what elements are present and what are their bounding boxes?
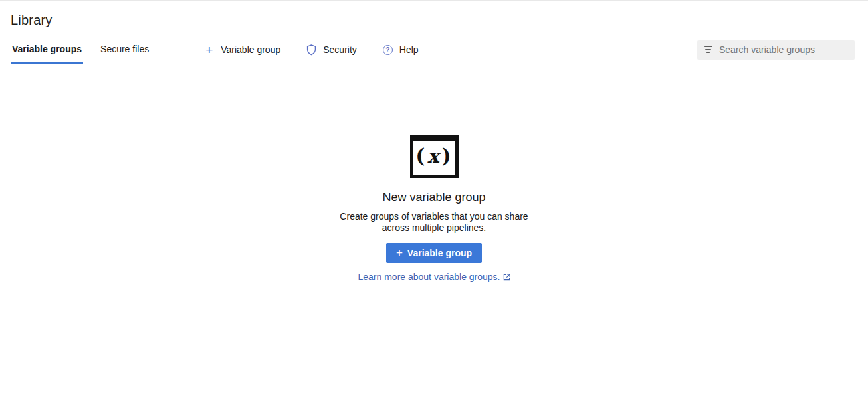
search-box[interactable] xyxy=(697,40,855,60)
empty-state-title: New variable group xyxy=(382,191,485,204)
variable-group-icon-glyph: (x) xyxy=(413,141,455,172)
add-variable-group-command[interactable]: + Variable group xyxy=(203,36,280,64)
help-command[interactable]: ? Help xyxy=(382,36,419,64)
security-command[interactable]: Security xyxy=(306,36,357,64)
help-label: Help xyxy=(399,44,419,55)
tab-secure-files[interactable]: Secure files xyxy=(99,36,150,64)
tab-command-bar: Variable groups Secure files + Variable … xyxy=(0,36,868,64)
tab-variable-groups-label: Variable groups xyxy=(12,44,82,54)
search-input[interactable] xyxy=(719,44,848,55)
tab-secure-files-label: Secure files xyxy=(100,44,149,54)
plus-icon: + xyxy=(396,247,403,260)
learn-more-link-label: Learn more about variable groups. xyxy=(358,272,500,282)
variable-group-button-label: Variable group xyxy=(407,248,472,258)
external-link-icon xyxy=(503,274,510,281)
page-title: Library xyxy=(11,13,857,28)
empty-state-description: Create groups of variables that you can … xyxy=(331,211,537,234)
security-label: Security xyxy=(323,44,357,55)
shield-icon xyxy=(306,44,317,56)
tab-variable-groups[interactable]: Variable groups xyxy=(11,36,83,64)
toolbar-divider xyxy=(185,41,185,58)
plus-icon: + xyxy=(203,44,215,56)
help-icon: ? xyxy=(382,44,393,56)
variable-group-icon: (x) xyxy=(410,135,459,178)
add-variable-group-label: Variable group xyxy=(221,44,280,55)
learn-more-link[interactable]: Learn more about variable groups. xyxy=(358,272,510,282)
variable-group-button[interactable]: + Variable group xyxy=(386,243,482,263)
filter-icon xyxy=(704,46,712,54)
empty-state: (x) New variable group Create groups of … xyxy=(0,64,868,282)
page-header: Library xyxy=(0,1,868,36)
